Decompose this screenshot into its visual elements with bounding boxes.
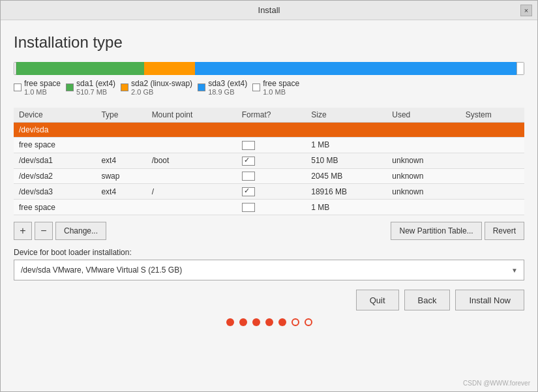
col-device: Device xyxy=(14,108,96,123)
cell-used xyxy=(387,200,460,215)
cell-format[interactable] xyxy=(237,168,306,184)
change-partition-button[interactable]: Change... xyxy=(55,222,106,240)
bar-sda3 xyxy=(195,62,516,75)
cell-device: /dev/sda1 xyxy=(14,153,96,168)
cell-mount: /boot xyxy=(147,153,237,168)
cell-type: ext4 xyxy=(96,184,146,200)
cell-format[interactable] xyxy=(237,153,306,168)
format-checkbox[interactable] xyxy=(242,141,255,150)
revert-button[interactable]: Revert xyxy=(485,222,524,240)
legend-box-free2 xyxy=(252,83,260,91)
cell-type xyxy=(96,123,146,138)
cell-size xyxy=(306,123,387,138)
legend-size-sda1: 510.7 MB xyxy=(76,88,115,96)
table-row[interactable]: free space 1 MB xyxy=(14,200,524,215)
cell-mount xyxy=(147,200,237,215)
col-format: Format? xyxy=(237,108,306,123)
page-title: Installation type xyxy=(14,33,524,52)
col-mount: Mount point xyxy=(147,108,237,123)
table-row[interactable]: /dev/sda3 ext4 / 18916 MB unknown xyxy=(14,184,524,200)
cell-size: 18916 MB xyxy=(306,184,387,200)
cell-used: unknown xyxy=(387,184,460,200)
cell-type: swap xyxy=(96,168,146,184)
cell-used xyxy=(387,123,460,138)
cell-used: unknown xyxy=(387,153,460,168)
bar-sda2 xyxy=(144,62,195,75)
legend-box-free1 xyxy=(14,83,22,91)
legend-size-sda3: 18.9 GB xyxy=(208,88,247,96)
format-checkbox[interactable] xyxy=(242,172,255,181)
legend-size-free2: 1.0 MB xyxy=(263,88,299,96)
col-type: Type xyxy=(96,108,146,123)
titlebar: Install × xyxy=(1,1,537,20)
cell-device: /dev/sda3 xyxy=(14,184,96,200)
cell-format[interactable] xyxy=(237,200,306,215)
nav-buttons: Quit Back Install Now xyxy=(14,290,524,310)
bootloader-select-wrapper[interactable]: /dev/sda VMware, VMware Virtual S (21.5 … xyxy=(14,260,524,280)
cell-mount: / xyxy=(147,184,237,200)
close-button[interactable]: × xyxy=(520,5,532,16)
format-checkbox[interactable] xyxy=(242,157,255,166)
format-checkbox[interactable] xyxy=(242,203,255,212)
col-used: Used xyxy=(387,108,460,123)
cell-system xyxy=(460,168,524,184)
format-checkbox[interactable] xyxy=(242,187,255,196)
cell-mount xyxy=(147,123,237,138)
legend-label-sda3: sda3 (ext4) xyxy=(208,79,247,88)
cell-device: free space xyxy=(14,138,96,153)
install-now-button[interactable]: Install Now xyxy=(455,290,524,310)
cell-size: 1 MB xyxy=(306,200,387,215)
cell-size: 2045 MB xyxy=(306,168,387,184)
table-row[interactable]: /dev/sda2 swap 2045 MB unknown xyxy=(14,168,524,184)
cell-format[interactable] xyxy=(237,138,306,153)
remove-partition-button[interactable]: − xyxy=(35,222,53,240)
legend-sda2: sda2 (linux-swap) 2.0 GB xyxy=(121,79,192,96)
cell-used xyxy=(387,138,460,153)
cell-type xyxy=(96,200,146,215)
partition-bar xyxy=(14,62,524,75)
dot-1 xyxy=(239,318,247,326)
table-row[interactable]: free space 1 MB xyxy=(14,138,524,153)
legend-free2: free space 1.0 MB xyxy=(252,79,299,96)
quit-button[interactable]: Quit xyxy=(356,290,399,310)
bootloader-select[interactable]: /dev/sda VMware, VMware Virtual S (21.5 … xyxy=(14,260,524,280)
back-button[interactable]: Back xyxy=(404,290,451,310)
new-partition-table-button[interactable]: New Partition Table... xyxy=(391,222,481,240)
partition-bar-container: free space 1.0 MB sda1 (ext4) 510.7 MB s… xyxy=(14,62,524,96)
col-size: Size xyxy=(306,108,387,123)
main-window: Install × Installation type free space 1… xyxy=(0,0,538,392)
legend-size-free1: 1.0 MB xyxy=(24,88,61,96)
add-partition-button[interactable]: + xyxy=(14,222,32,240)
legend-free1: free space 1.0 MB xyxy=(14,79,61,96)
legend-box-sda1 xyxy=(66,83,74,91)
legend-box-sda3 xyxy=(198,83,205,91)
table-row[interactable]: /dev/sda xyxy=(14,123,524,138)
table-controls: + − Change... New Partition Table... Rev… xyxy=(14,222,524,240)
dot-3 xyxy=(265,318,273,326)
window-title: Install xyxy=(258,5,280,15)
cell-format[interactable] xyxy=(237,123,306,138)
bar-sda1 xyxy=(16,62,144,75)
dot-0 xyxy=(226,318,234,326)
col-system: System xyxy=(460,108,524,123)
cell-mount xyxy=(147,138,237,153)
table-row[interactable]: /dev/sda1 ext4 /boot 510 MB unknown xyxy=(14,153,524,168)
cell-device: /dev/sda xyxy=(14,123,96,138)
watermark: CSDN @WWW.forever xyxy=(463,380,530,387)
dot-6 xyxy=(305,318,312,326)
cell-type xyxy=(96,138,146,153)
dot-2 xyxy=(252,318,260,326)
dot-4 xyxy=(278,318,286,326)
cell-size: 1 MB xyxy=(306,138,387,153)
cell-used: unknown xyxy=(387,168,460,184)
cell-system xyxy=(460,184,524,200)
legend-box-sda2 xyxy=(121,83,128,91)
legend-sda3: sda3 (ext4) 18.9 GB xyxy=(198,79,247,96)
main-content: Installation type free space 1.0 MB xyxy=(1,20,537,391)
cell-system xyxy=(460,138,524,153)
cell-system xyxy=(460,153,524,168)
legend-label-free2: free space xyxy=(263,79,299,88)
bar-free2 xyxy=(516,62,524,75)
partition-table: Device Type Mount point Format? Size Use… xyxy=(14,108,524,215)
cell-format[interactable] xyxy=(237,184,306,200)
